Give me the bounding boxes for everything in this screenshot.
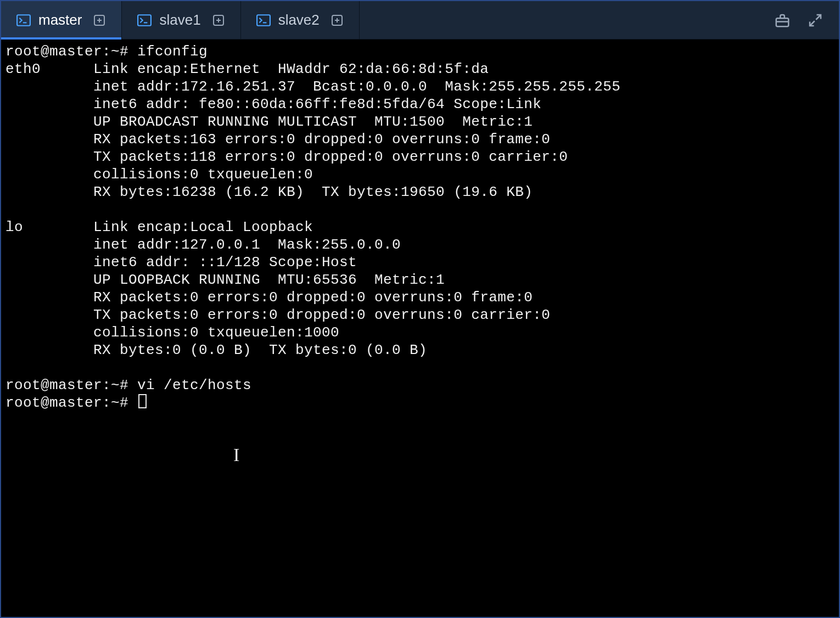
tab-label: master: [38, 12, 82, 29]
tab-slave1[interactable]: slave1: [122, 1, 240, 39]
add-tab-icon[interactable]: [93, 14, 106, 27]
tab-master[interactable]: master: [1, 1, 122, 39]
text-caret-icon: I: [233, 445, 239, 465]
svg-rect-10: [257, 15, 270, 26]
toolbox-icon[interactable]: [774, 12, 791, 29]
tab-label: slave2: [278, 12, 320, 29]
fullscreen-icon[interactable]: [807, 12, 824, 29]
terminal-icon: [16, 14, 31, 26]
add-tab-icon[interactable]: [212, 14, 225, 27]
svg-line-17: [810, 21, 815, 26]
svg-rect-0: [17, 15, 30, 26]
svg-line-18: [816, 15, 821, 20]
terminal-output[interactable]: root@master:~# ifconfig eth0 Link encap:…: [1, 40, 839, 416]
terminal-icon: [137, 14, 152, 26]
terminal-icon: [256, 14, 271, 26]
add-tab-icon[interactable]: [331, 14, 344, 27]
svg-rect-5: [138, 15, 152, 26]
tab-bar: master slave1 slave2: [1, 1, 839, 40]
terminal-cursor: [138, 394, 147, 408]
toolbar-right: [759, 1, 839, 39]
tab-slave2[interactable]: slave2: [241, 1, 360, 39]
tab-label: slave1: [159, 12, 200, 29]
